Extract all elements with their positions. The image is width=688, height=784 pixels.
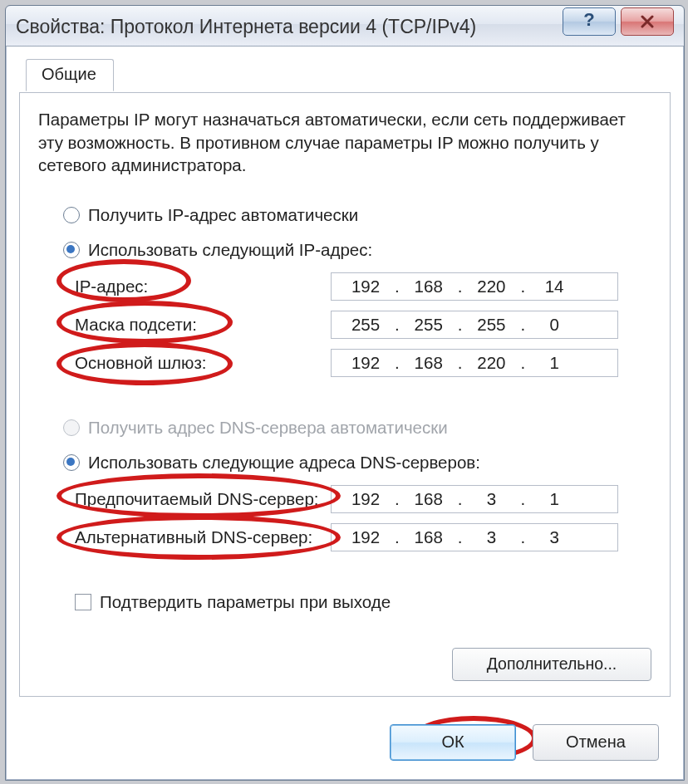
gw-seg-4[interactable]: 1 <box>525 353 583 373</box>
gw-seg-1[interactable]: 192 <box>337 353 395 373</box>
pdns-seg-4[interactable]: 1 <box>525 489 583 509</box>
alt-dns-label: Альтернативный DNS-сервер: <box>75 527 331 547</box>
titlebar: Свойства: Протокол Интернета версии 4 (T… <box>6 6 684 47</box>
radio-dns-manual-label: Использовать следующие адреса DNS-сервер… <box>88 453 480 473</box>
ok-button[interactable]: ОК <box>390 724 516 761</box>
gw-seg-2[interactable]: 168 <box>400 353 458 373</box>
client-area: Общие Параметры IP могут назначаться авт… <box>19 62 671 697</box>
mask-seg-3[interactable]: 255 <box>462 315 520 335</box>
radio-ip-manual[interactable] <box>63 242 80 258</box>
adns-seg-2[interactable]: 168 <box>400 527 458 547</box>
pdns-seg-1[interactable]: 192 <box>337 489 395 509</box>
adns-seg-4[interactable]: 3 <box>525 527 583 547</box>
properties-dialog: Свойства: Протокол Интернета версии 4 (T… <box>5 5 685 781</box>
help-button[interactable]: ? <box>563 7 616 36</box>
subnet-mask-input[interactable]: 255. 255. 255. 0 <box>331 311 618 339</box>
adns-seg-3[interactable]: 3 <box>462 527 520 547</box>
ip-seg-1[interactable]: 192 <box>337 277 395 296</box>
validate-checkbox-label: Подтвердить параметры при выходе <box>100 592 391 612</box>
ip-seg-3[interactable]: 220 <box>462 277 520 296</box>
ip-address-label: IP-адрес: <box>75 277 331 296</box>
close-icon <box>640 11 655 29</box>
cancel-button[interactable]: Отмена <box>533 724 659 761</box>
window-title: Свойства: Протокол Интернета версии 4 (T… <box>16 16 476 38</box>
close-button[interactable] <box>621 7 674 36</box>
adns-seg-1[interactable]: 192 <box>337 527 395 547</box>
subnet-mask-label: Маска подсети: <box>75 315 331 335</box>
description-text: Параметры IP могут назначаться автоматич… <box>38 108 651 177</box>
radio-ip-manual-label: Использовать следующий IP-адрес: <box>88 240 372 260</box>
ip-seg-4[interactable]: 14 <box>525 277 583 296</box>
gateway-label: Основной шлюз: <box>75 353 331 373</box>
ip-address-input[interactable]: 192. 168. 220. 14 <box>331 272 618 301</box>
tab-panel: Параметры IP могут назначаться автоматич… <box>19 92 671 697</box>
alt-dns-input[interactable]: 192. 168. 3. 3 <box>331 523 618 551</box>
mask-seg-1[interactable]: 255 <box>337 315 395 335</box>
pdns-seg-3[interactable]: 3 <box>462 489 520 509</box>
dialog-footer: ОК Отмена <box>6 705 684 780</box>
pref-dns-input[interactable]: 192. 168. 3. 1 <box>331 485 618 513</box>
pref-dns-label: Предпочитаемый DNS-сервер: <box>75 489 331 509</box>
radio-dns-auto <box>63 419 80 436</box>
radio-dns-auto-label: Получить адрес DNS-сервера автоматически <box>88 418 448 438</box>
ip-seg-2[interactable]: 168 <box>400 277 458 296</box>
radio-ip-auto-label: Получить IP-адрес автоматически <box>88 205 358 225</box>
mask-seg-4[interactable]: 0 <box>525 315 583 335</box>
validate-checkbox[interactable] <box>75 594 91 610</box>
mask-seg-2[interactable]: 255 <box>400 315 458 335</box>
gateway-input[interactable]: 192. 168. 220. 1 <box>331 349 618 377</box>
radio-ip-auto[interactable] <box>63 207 80 223</box>
gw-seg-3[interactable]: 220 <box>462 353 520 373</box>
radio-dns-manual[interactable] <box>63 454 80 471</box>
tab-general[interactable]: Общие <box>26 59 114 91</box>
advanced-button[interactable]: Дополнительно... <box>452 648 651 681</box>
pdns-seg-2[interactable]: 168 <box>400 489 458 509</box>
